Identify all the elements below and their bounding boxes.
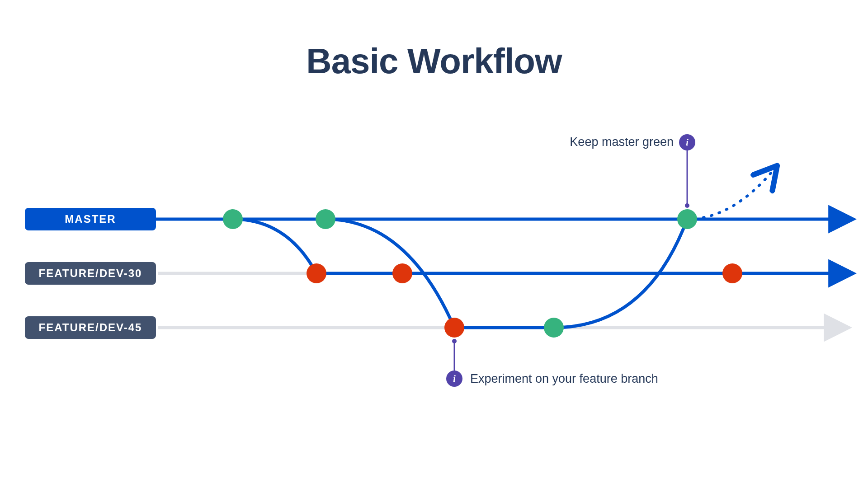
commit-feature30-2	[392, 263, 412, 283]
commit-feature45-1	[444, 318, 464, 338]
branch-label-feature30: FEATURE/DEV-30	[39, 267, 142, 279]
note-bottom-text: Experiment on your feature branch	[470, 372, 658, 385]
commit-feature30-3	[722, 263, 742, 283]
commit-master-3	[677, 209, 697, 229]
note-bottom: i Experiment on your feature branch	[446, 339, 658, 387]
commit-master-1	[223, 209, 243, 229]
workflow-diagram: MASTER FEATURE/DEV-30 FEATURE/DEV-45 i K…	[0, 0, 868, 488]
svg-point-6	[685, 203, 689, 208]
branch-label-master: MASTER	[65, 213, 116, 225]
commit-feature30-1	[307, 263, 326, 283]
branch-label-feature45: FEATURE/DEV-45	[39, 321, 142, 333]
note-top-text: Keep master green	[570, 135, 674, 149]
commit-feature45-2	[544, 318, 564, 338]
note-top: i Keep master green	[570, 134, 695, 208]
svg-point-9	[452, 339, 457, 343]
svg-text:i: i	[453, 374, 456, 384]
svg-text:i: i	[686, 137, 689, 147]
commit-master-2	[316, 209, 335, 229]
